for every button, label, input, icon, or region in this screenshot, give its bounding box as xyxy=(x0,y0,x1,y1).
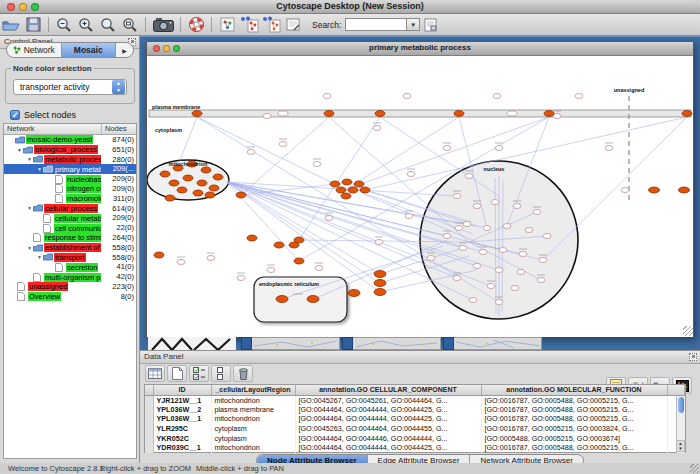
window-resize-grip[interactable] xyxy=(683,326,693,336)
tree-item-label: response to stimul xyxy=(44,233,101,242)
tree-item-count: 311(0) xyxy=(113,194,134,204)
expander-icon[interactable]: ▼ xyxy=(36,166,43,172)
snapshot-camera-icon[interactable] xyxy=(150,15,176,35)
table-row[interactable]: YPL036W__2plasma membrane[GO:0044464, GO… xyxy=(145,405,685,415)
tree-item[interactable]: response to stimul264(0) xyxy=(4,233,136,243)
tree-item[interactable]: nitrogen compo209(0) xyxy=(4,184,136,194)
unselect-attributes-icon[interactable] xyxy=(211,365,231,382)
tab-network-label: Network xyxy=(24,45,55,55)
search-input[interactable] xyxy=(345,18,407,31)
tree-item-label: cellular metabo xyxy=(54,214,101,223)
col-id[interactable]: ID xyxy=(153,385,211,395)
tree-item[interactable]: ▼transport558(0) xyxy=(4,253,136,263)
zoom-out-icon[interactable] xyxy=(53,15,75,35)
tree-item[interactable]: ▼establishment of lo558(0) xyxy=(4,243,136,253)
tree-item-count: 558(0) xyxy=(112,253,134,263)
expander-icon[interactable]: ▼ xyxy=(26,245,33,251)
tree-item-selected[interactable]: ▼primary metabo209(... xyxy=(4,164,136,174)
tab-network[interactable]: Network xyxy=(7,43,62,57)
expander-icon[interactable]: ▼ xyxy=(16,147,23,153)
tab-mosaic[interactable]: Mosaic xyxy=(62,43,117,57)
app-resize-grip[interactable] xyxy=(690,464,699,473)
plasma-membrane-region xyxy=(149,110,691,117)
attribute-table[interactable]: ID _cellularLayoutRegion annotation.GO C… xyxy=(144,384,686,453)
create-network-view-icon[interactable] xyxy=(216,15,238,35)
tree-item[interactable]: ▼biological_process651(0) xyxy=(4,145,136,155)
folder-icon xyxy=(33,155,44,163)
network-canvas[interactable]: plasma membrane cytoplasm mitochondrion … xyxy=(147,56,693,337)
overview-window-fragment[interactable] xyxy=(148,337,236,351)
expander-icon[interactable]: ▼ xyxy=(36,254,43,260)
plasma-membrane-label: plasma membrane xyxy=(152,104,200,110)
open-session-icon[interactable] xyxy=(0,15,22,35)
document-icon xyxy=(55,194,66,203)
scrollbar-thumb[interactable] xyxy=(678,397,684,413)
network-window-titlebar[interactable]: primary metabolic process xyxy=(147,42,693,56)
table-row[interactable]: YJR121W__1mitochondrion[GO:0045267, GO:0… xyxy=(145,395,685,405)
tree-item[interactable]: multi-organism pro42(0) xyxy=(4,272,136,282)
tree-item[interactable]: cellular metabo209(0) xyxy=(4,213,136,223)
select-nodes-checkbox[interactable]: ✓ xyxy=(10,110,20,120)
zoom-fit-icon[interactable] xyxy=(97,15,119,35)
tree-item[interactable]: mosaic-demo-yeast874(0) xyxy=(4,135,136,145)
minimized-window-icon xyxy=(241,337,252,350)
tree-item-label: nucleobase- xyxy=(66,175,101,184)
tree-item-count: 22(0) xyxy=(116,223,134,233)
table-row[interactable]: YLR295Ccytoplasm[GO:0045263, GO:0044464,… xyxy=(145,424,685,434)
search-options-icon[interactable] xyxy=(420,15,442,35)
tree-item-count: 42(0) xyxy=(116,272,134,282)
minimized-network-window[interactable] xyxy=(342,337,441,350)
selected-node-group[interactable] xyxy=(154,111,692,303)
tree-item[interactable]: cell communicat22(0) xyxy=(4,223,136,233)
table-row[interactable]: YKR052Ccytoplasm[GO:0044464, GO:0044446,… xyxy=(145,433,685,443)
tree-item[interactable]: secretion41(0) xyxy=(4,262,136,272)
node-color-select[interactable]: transporter activity ▲▼ xyxy=(13,79,127,95)
delete-attribute-icon[interactable] xyxy=(233,365,253,382)
col-go-cellular-component[interactable]: annotation.GO CELLULAR_COMPONENT xyxy=(295,385,481,395)
node-color-select-value: transporter activity xyxy=(14,82,112,92)
folder-icon xyxy=(43,253,54,261)
tab-overflow-arrow[interactable]: ▶ xyxy=(116,43,133,57)
create-attribute-icon[interactable] xyxy=(167,365,187,382)
tree-item[interactable]: Overview8(0) xyxy=(4,292,136,302)
save-session-icon[interactable] xyxy=(22,15,44,35)
apply-layout-red-icon[interactable] xyxy=(238,15,260,35)
table-row[interactable]: YDR039C__1mitochondrion[GO:0044464, GO:0… xyxy=(145,443,685,453)
float-panel-icon[interactable] xyxy=(689,353,697,361)
zoom-in-icon[interactable] xyxy=(75,15,97,35)
apply-layout-blue-icon[interactable] xyxy=(260,15,282,35)
select-attributes-icon[interactable] xyxy=(189,365,209,382)
scrollbar-arrows[interactable]: ▲▼ xyxy=(676,440,685,452)
tree-item[interactable]: nucleobase-209(0) xyxy=(4,174,136,184)
attribute-table-icon[interactable] xyxy=(145,365,165,382)
status-zoom-hint: Right-click + drag to ZOOM xyxy=(100,464,191,473)
document-icon xyxy=(43,224,54,233)
window-titlebar[interactable]: Cytoscape Desktop (New Session) xyxy=(0,0,700,14)
table-row[interactable]: YPL036W__1mitochondrion[GO:0044464, GO:0… xyxy=(145,414,685,424)
combo-stepper-icon[interactable]: ▲▼ xyxy=(112,80,125,94)
col-cellular-layout-region[interactable]: _cellularLayoutRegion xyxy=(211,385,295,395)
tree-item-count: 209(0) xyxy=(112,184,134,194)
network-view-window[interactable]: primary metabolic process xyxy=(146,41,694,337)
col-go-molecular-function[interactable]: annotation.GO MOLECULAR_FUNCTION xyxy=(481,385,667,395)
expander-icon[interactable]: ▼ xyxy=(26,156,33,162)
help-lifesaver-icon[interactable] xyxy=(185,15,207,35)
tree-item-label: multi-organism pro xyxy=(44,273,101,282)
data-panel-toolbar: f(x) xyxy=(140,364,700,383)
zoom-selected-icon[interactable] xyxy=(119,15,141,35)
tree-item[interactable]: unassigned223(0) xyxy=(4,282,136,292)
minimized-network-window[interactable] xyxy=(443,337,542,350)
minimized-network-window[interactable] xyxy=(241,337,340,350)
search-dropdown-arrow[interactable]: ▼ xyxy=(407,18,420,31)
node-color-selection-group: Node color selection transporter activit… xyxy=(5,68,135,104)
tree-item[interactable]: ▼cellular process614(0) xyxy=(4,204,136,214)
tree-item-label: mosaic-demo-yeast xyxy=(26,135,93,144)
tree-item-label: cell communicat xyxy=(54,224,101,233)
folder-icon xyxy=(33,204,44,212)
folder-icon xyxy=(23,146,34,154)
tree-item[interactable]: macromolecule311(0) xyxy=(4,194,136,204)
expander-icon[interactable]: ▼ xyxy=(26,205,33,211)
tree-item-count: 651(0) xyxy=(112,145,134,155)
tree-item[interactable]: ▼metabolic process280(0) xyxy=(4,155,136,165)
configure-search-icon[interactable] xyxy=(282,15,304,35)
